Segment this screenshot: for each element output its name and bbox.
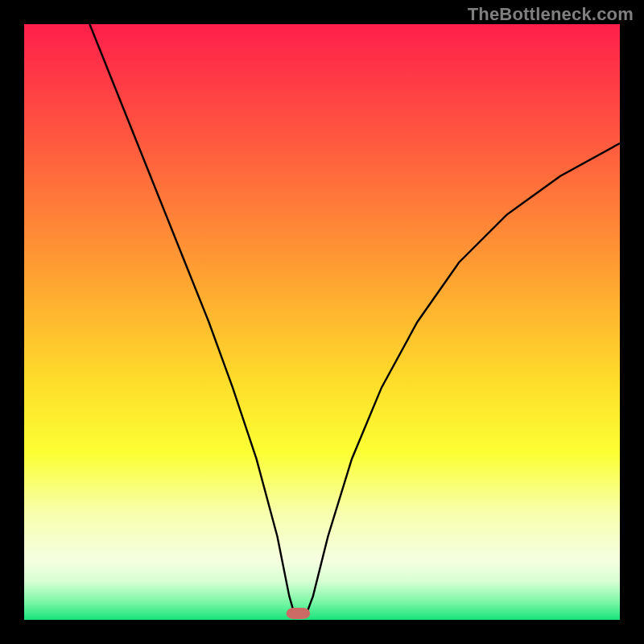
bottleneck-chart <box>24 24 620 620</box>
notch-marker <box>287 608 311 619</box>
watermark-text: TheBottleneck.com <box>468 4 634 25</box>
gradient-background <box>24 24 620 620</box>
chart-frame <box>24 24 620 620</box>
